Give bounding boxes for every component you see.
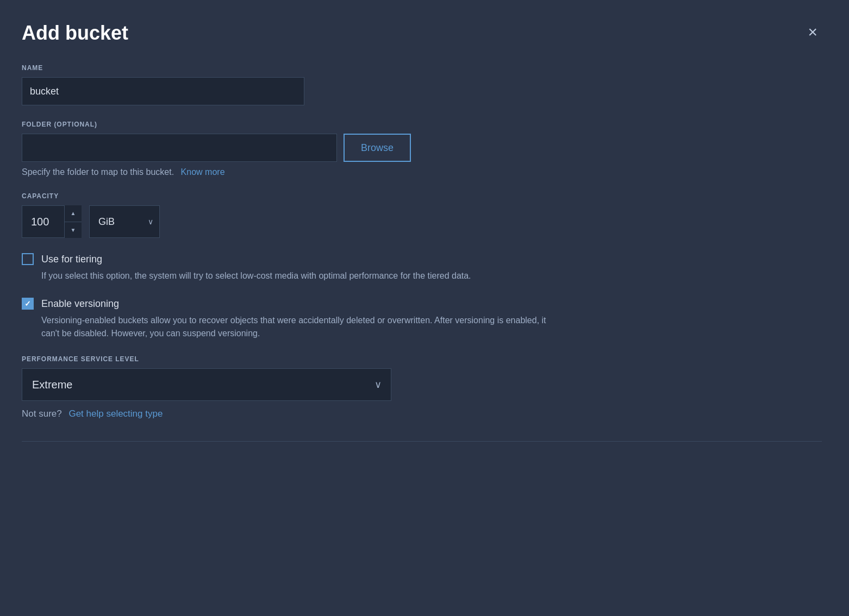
- browse-button[interactable]: Browse: [344, 134, 411, 162]
- tiering-checkbox-row: Use for tiering: [22, 253, 822, 265]
- not-sure-text: Not sure?: [22, 408, 62, 419]
- close-button[interactable]: ×: [803, 22, 822, 42]
- unit-select-wrapper: GiB TiB MiB: [89, 205, 160, 238]
- unit-select[interactable]: GiB TiB MiB: [89, 205, 160, 238]
- capacity-increment[interactable]: ▲: [65, 205, 82, 222]
- tiering-checkbox-label[interactable]: Use for tiering: [22, 253, 102, 265]
- get-help-link[interactable]: Get help selecting type: [68, 408, 163, 419]
- versioning-section: Enable versioning Versioning-enabled buc…: [22, 298, 822, 340]
- folder-label: FOLDER (OPTIONAL): [22, 121, 822, 128]
- tiering-section: Use for tiering If you select this optio…: [22, 253, 822, 282]
- versioning-checkbox-label[interactable]: Enable versioning: [22, 298, 119, 310]
- capacity-decrement[interactable]: ▼: [65, 222, 82, 238]
- cursor: [0, 418, 10, 433]
- versioning-checkbox[interactable]: [22, 298, 34, 310]
- folder-input[interactable]: [22, 134, 337, 162]
- capacity-label: CAPACITY: [22, 192, 822, 200]
- add-bucket-dialog: Add bucket × NAME FOLDER (OPTIONAL) Brow…: [0, 0, 849, 616]
- versioning-label: Enable versioning: [41, 298, 119, 310]
- performance-select-wrapper: Extreme Standard Basic: [22, 368, 391, 401]
- tiering-label: Use for tiering: [41, 254, 102, 265]
- not-sure-row: Not sure? Get help selecting type: [22, 408, 822, 419]
- capacity-section: CAPACITY ▲ ▼ GiB TiB MiB: [22, 192, 822, 238]
- folder-row: Browse: [22, 134, 822, 162]
- tiering-checkbox[interactable]: [22, 253, 34, 265]
- name-label: NAME: [22, 64, 822, 72]
- versioning-checkbox-row: Enable versioning: [22, 298, 822, 310]
- versioning-description: Versioning-enabled buckets allow you to …: [41, 314, 563, 340]
- capacity-row: ▲ ▼ GiB TiB MiB: [22, 205, 822, 238]
- capacity-input-wrapper: ▲ ▼: [22, 205, 82, 238]
- bottom-divider: [22, 441, 822, 442]
- dialog-title: Add bucket: [22, 22, 128, 45]
- tiering-description: If you select this option, the system wi…: [41, 269, 563, 282]
- folder-hint: Specify the folder to map to this bucket…: [22, 167, 822, 177]
- name-input[interactable]: [22, 77, 304, 105]
- folder-section: FOLDER (OPTIONAL) Browse Specify the fol…: [22, 121, 822, 177]
- performance-label: PERFORMANCE SERVICE LEVEL: [22, 355, 822, 363]
- performance-select[interactable]: Extreme Standard Basic: [22, 368, 391, 401]
- dialog-header: Add bucket ×: [22, 22, 822, 45]
- capacity-spinner: ▲ ▼: [64, 205, 82, 238]
- name-section: NAME: [22, 64, 822, 105]
- performance-section: PERFORMANCE SERVICE LEVEL Extreme Standa…: [22, 355, 822, 419]
- know-more-link[interactable]: Know more: [181, 167, 225, 177]
